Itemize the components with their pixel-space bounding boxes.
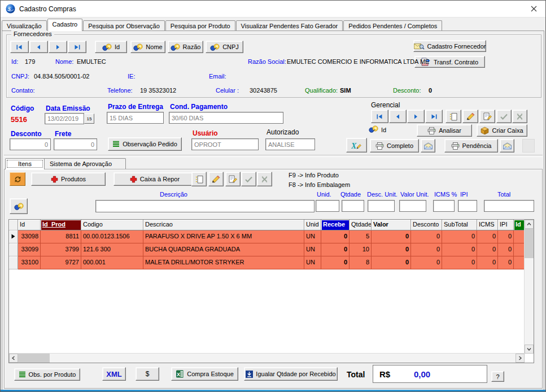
vertical-scroll-thumb[interactable] (525, 229, 534, 258)
filter-icms-input[interactable] (433, 200, 455, 212)
grid-cell[interactable]: 33098 (18, 230, 41, 243)
autorizado-input[interactable] (265, 138, 315, 150)
grid-cell[interactable]: 0 (498, 256, 514, 269)
item-confirm-button[interactable] (241, 172, 256, 186)
grid-row[interactable]: 33098881100.00.0123.1506PARAFUSO X DRIVE… (9, 230, 525, 243)
produtos-button[interactable]: Produtos (31, 172, 106, 186)
gerencial-cancel-button[interactable] (512, 110, 527, 123)
analisar-button[interactable]: Analisar (417, 124, 472, 137)
descricao-input[interactable] (95, 200, 315, 212)
grid-cell[interactable]: 0 (411, 230, 442, 243)
grid-column-header-id[interactable]: Id (18, 220, 41, 230)
grid-cell[interactable]: 00.00.0123.1506 (81, 230, 143, 243)
grid-cell[interactable]: 0 (321, 243, 350, 256)
tab-visualizar-pendentes-fato-gerador[interactable]: Visualizar Pendentes Fato Gerador (236, 20, 343, 31)
grid-cell[interactable]: PARAFUSO X DRIVE AP 1.50 X 6 MM (143, 230, 304, 243)
grid-column-header-valor[interactable]: Valor (372, 220, 411, 230)
grid-cell[interactable] (514, 230, 525, 243)
grid-cell[interactable]: 121.6 300 (81, 243, 143, 256)
filter-valor-unit-input[interactable] (399, 200, 426, 212)
grid-row-selector[interactable] (9, 256, 18, 269)
blank-button[interactable] (522, 139, 535, 153)
horizontal-scroll-thumb[interactable] (18, 354, 50, 363)
grid-column-header-desconto[interactable]: Desconto (411, 220, 442, 230)
grid-cell[interactable]: UN (304, 243, 321, 256)
grid-cell[interactable]: 0 (321, 256, 350, 269)
scroll-track[interactable] (50, 354, 516, 363)
search-by-nome-button[interactable]: Nome (130, 41, 165, 53)
imprimir-pendencia-button[interactable]: Pendência (444, 139, 498, 153)
tab-pesquisa-por-observa-o[interactable]: Pesquisa por Observação (83, 20, 165, 31)
filter-desc-unit-input[interactable] (368, 200, 395, 212)
caixa-repor-button[interactable]: Caixa à Repor (113, 172, 196, 186)
close-button[interactable] (526, 5, 541, 14)
grid-column-header-ipi[interactable]: IPI (498, 220, 514, 230)
grid-cell[interactable]: 000.001 (81, 256, 143, 269)
itens-tab-itens[interactable]: Itens (5, 158, 45, 169)
grid-cell[interactable]: 0 (477, 243, 498, 256)
gerencial-nav-next-button[interactable] (407, 110, 425, 123)
grid-cell[interactable]: UN (304, 230, 321, 243)
grid-cell[interactable]: 5 (350, 230, 372, 243)
grid-cell[interactable]: MALETA DRILL/MOTOR STRYKER (143, 256, 304, 269)
search-by-cnpj-button[interactable]: CNPJ (206, 41, 243, 53)
gerencial-nav-first-button[interactable] (371, 110, 388, 123)
grid-cell[interactable]: 0 (477, 256, 498, 269)
grid-cell[interactable]: UN (304, 256, 321, 269)
frete-input[interactable] (54, 138, 97, 150)
gerencial-nav-last-button[interactable] (425, 110, 443, 123)
gerencial-search-id-button[interactable]: Id (369, 125, 386, 134)
grid-column-header-codigo[interactable]: Codigo (81, 220, 143, 230)
xml-button[interactable]: XML (102, 367, 126, 381)
itens-tab-sistema-de-aprova-o[interactable]: Sistema de Aprovação (36, 158, 126, 169)
tab-pedidos-pendentes-completos[interactable]: Pedidos Pendentes / Completos (343, 20, 442, 31)
grid-cell[interactable] (514, 243, 525, 256)
grid-column-header-subtotal[interactable]: SubTotal (442, 220, 477, 230)
imprimir-completo-button[interactable]: Completo (370, 139, 419, 153)
grid-cell[interactable]: 10 (350, 243, 372, 256)
grid-row[interactable]: 331009727000.001 MALETA DRILL/MOTOR STRY… (9, 256, 525, 269)
grid-cell[interactable]: 0 (372, 243, 411, 256)
grid-row-selector[interactable] (9, 243, 18, 256)
gerencial-post-button[interactable] (479, 110, 495, 123)
grid-cell[interactable]: 0 (477, 230, 498, 243)
cond-pagamento-input[interactable] (169, 112, 283, 124)
email-pendencia-button[interactable] (500, 139, 514, 153)
descricao-search-button[interactable] (10, 198, 28, 214)
grid-column-header-qtdade[interactable]: Qtdade (350, 220, 372, 230)
scroll-right-button[interactable] (516, 354, 525, 363)
grid-column-header-unid[interactable]: Unid (304, 220, 321, 230)
grid-cell[interactable]: 0 (442, 243, 477, 256)
dollar-button[interactable]: $ (136, 367, 159, 381)
help-button[interactable]: ? (491, 371, 504, 382)
grid-cell[interactable]: 8 (350, 256, 372, 269)
grid-cell[interactable]: 0 (372, 230, 411, 243)
export-excel-button[interactable]: X (346, 138, 367, 153)
grid-column-header-id[interactable]: Id (514, 220, 525, 230)
item-cancel-button[interactable] (257, 172, 272, 186)
search-by-raz-o-button[interactable]: Razão (168, 41, 203, 53)
filter-qtdade-input[interactable] (342, 200, 364, 212)
filter-ipi-input[interactable] (458, 200, 477, 212)
compra-estoque-button[interactable]: X Compra Estoque (171, 367, 238, 381)
grid-cell[interactable]: 33100 (18, 256, 41, 269)
email-completo-button[interactable] (421, 139, 435, 153)
grid-row-selector[interactable] (9, 230, 18, 243)
grid-cell[interactable]: 0 (498, 243, 514, 256)
scroll-up-button[interactable] (525, 220, 534, 229)
igualar-qtdade-button[interactable]: Igualar Qtdade por Recebido (244, 367, 338, 381)
obs-por-produto-button[interactable]: Obs. por Produto (14, 368, 80, 381)
grid-cell[interactable]: 3799 (41, 243, 81, 256)
grid-column-header-recebe[interactable]: Recebe (321, 220, 350, 230)
scroll-down-button[interactable] (525, 345, 534, 354)
grid-cell[interactable]: 0 (411, 243, 442, 256)
scroll-left-button[interactable] (9, 354, 18, 363)
gerencial-confirm-button[interactable] (496, 110, 512, 123)
grid-column-header-id_prod[interactable]: Id_Prod (41, 220, 81, 230)
grid-cell[interactable]: 0 (372, 256, 411, 269)
tab-cadastro[interactable]: Cadastro (47, 19, 83, 31)
prazo-entrega-input[interactable] (107, 112, 164, 124)
tab-pesquisa-por-produto[interactable]: Pesquisa por Produto (165, 20, 235, 31)
usuario-input[interactable] (191, 138, 259, 150)
data-emissao-input[interactable] (45, 113, 84, 124)
